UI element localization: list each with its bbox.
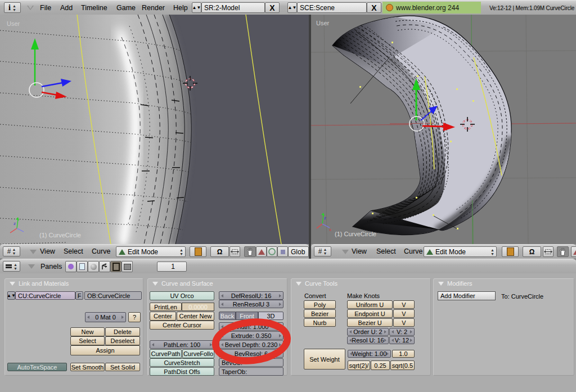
svg-text:(1) CurveCircle: (1) CurveCircle bbox=[335, 231, 376, 237]
svg-text:User: User bbox=[316, 20, 330, 26]
svg-text:x: x bbox=[329, 227, 331, 232]
svg-text:User: User bbox=[7, 20, 20, 27]
svg-text:(1) CurveCircle: (1) CurveCircle bbox=[39, 232, 81, 238]
svg-text:z: z bbox=[14, 221, 16, 226]
svg-text:z: z bbox=[324, 215, 326, 220]
